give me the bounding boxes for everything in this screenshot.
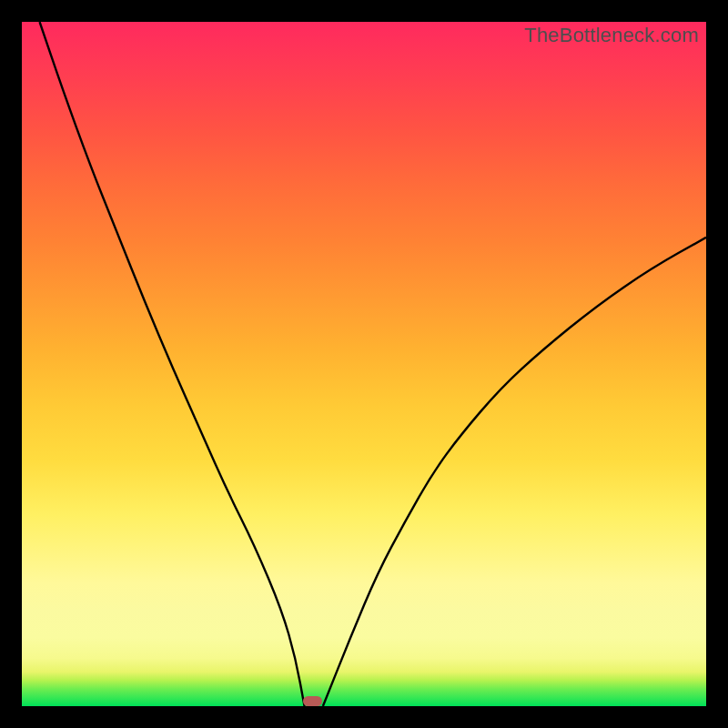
optimal-point-marker	[303, 696, 323, 706]
bottleneck-curve-right-branch	[323, 238, 706, 706]
bottleneck-curve	[22, 22, 706, 706]
plot-area: TheBottleneck.com	[22, 22, 706, 706]
bottleneck-curve-left-branch	[40, 22, 305, 706]
chart-frame: TheBottleneck.com	[0, 0, 728, 728]
